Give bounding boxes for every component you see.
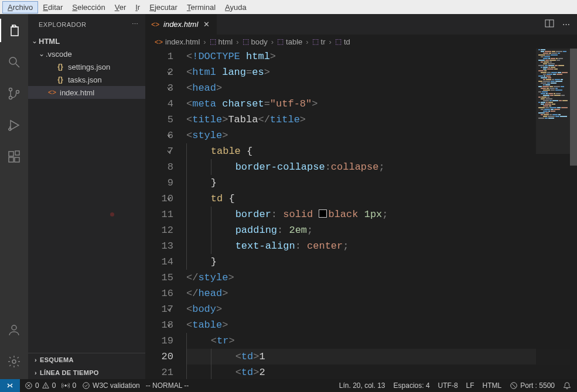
run-debug-icon[interactable] <box>0 114 28 137</box>
status-problems[interactable]: 0 0 <box>25 381 56 390</box>
sidebar-more-icon[interactable]: ⋯ <box>132 20 139 28</box>
code-line[interactable]: <!DOCTYPE html> <box>186 49 577 64</box>
menu-selección[interactable]: Selección <box>67 2 110 13</box>
code-line[interactable]: </head> <box>186 286 577 301</box>
split-editor-icon[interactable] <box>545 19 554 30</box>
status-language[interactable]: HTML <box>483 381 502 390</box>
section-outline[interactable]: › ESQUEMA <box>28 353 145 366</box>
tree-folder-vscode[interactable]: ⌄ .vscode <box>28 47 145 60</box>
svg-point-2 <box>9 88 12 91</box>
menu-archivo[interactable]: Archivo <box>2 1 38 13</box>
menu-ver[interactable]: Ver <box>110 2 131 13</box>
status-w3c[interactable]: W3C validation <box>82 381 140 390</box>
code-line[interactable]: <html lang=es> <box>186 64 577 80</box>
fold-chevron-icon[interactable]: ⌄ <box>165 195 171 201</box>
sidebar-title: EXPLORADOR <box>39 21 86 28</box>
minimap[interactable] <box>536 49 570 379</box>
chevron-right-icon: › <box>235 37 240 46</box>
status-indentation[interactable]: Espacios: 4 <box>394 381 430 390</box>
status-live-server[interactable]: Port : 5500 <box>510 381 555 390</box>
code-line[interactable]: <body> <box>186 301 577 317</box>
line-number: 7⌄ <box>145 143 173 159</box>
code-line[interactable]: } <box>186 175 577 191</box>
status-cursor-position[interactable]: Lín. 20, col. 13 <box>339 381 385 390</box>
menu-ir[interactable]: Ir <box>131 2 145 13</box>
scrollbar-vertical[interactable] <box>570 49 577 379</box>
svg-rect-9 <box>15 157 19 162</box>
line-number: 10⌄ <box>145 191 173 207</box>
color-swatch-icon[interactable] <box>319 209 327 218</box>
line-number: 2⌄ <box>145 64 173 80</box>
section-timeline[interactable]: › LÍNEA DE TIEMPO <box>28 366 145 379</box>
code-line[interactable]: table { <box>186 143 577 159</box>
source-control-icon[interactable] <box>0 82 28 105</box>
svg-point-0 <box>9 57 16 64</box>
svg-point-19 <box>45 387 46 387</box>
fold-chevron-icon[interactable]: ⌄ <box>165 147 171 153</box>
code-line[interactable]: <head> <box>186 80 577 96</box>
menu-ejecutar[interactable]: Ejecutar <box>145 2 182 13</box>
menu-ayuda[interactable]: Ayuda <box>220 2 251 13</box>
code-line[interactable]: padding: 2em; <box>186 222 577 238</box>
fold-chevron-icon[interactable]: ⌄ <box>165 84 171 90</box>
code-line[interactable]: <tr> <box>186 333 577 349</box>
code-line[interactable]: border-collapse:collapse; <box>186 159 577 175</box>
breadcrumb-item[interactable]: ⬚table <box>277 37 302 46</box>
scrollbar-thumb[interactable] <box>570 49 577 166</box>
fold-chevron-icon[interactable]: ⌄ <box>165 305 171 311</box>
code-area[interactable]: <!DOCTYPE html><html lang=es><head><meta… <box>186 49 577 379</box>
fold-chevron-icon[interactable]: ⌄ <box>165 68 171 74</box>
code-line[interactable]: td { <box>186 191 577 207</box>
remote-indicator[interactable] <box>0 379 20 392</box>
fold-chevron-icon[interactable]: ⌄ <box>165 321 171 327</box>
status-notifications-icon[interactable] <box>563 381 571 390</box>
breadcrumbs[interactable]: <>index.html›⬚html›⬚body›⬚table›⬚tr›⬚td <box>145 35 577 49</box>
sidebar: EXPLORADOR ⋯ ⌄ HTML ⌄ .vscode {} setting… <box>28 14 145 379</box>
status-encoding[interactable]: UTF-8 <box>438 381 458 390</box>
editor-body[interactable]: 12⌄3⌄456⌄7⌄8910⌄11121314151617⌄18⌄192021… <box>145 49 577 379</box>
menu-editar[interactable]: Editar <box>38 2 67 13</box>
svg-rect-8 <box>9 157 13 162</box>
close-tab-icon[interactable]: ✕ <box>202 19 211 30</box>
code-line[interactable]: </style> <box>186 270 577 286</box>
tab-index-html[interactable]: <> index.html ✕ <box>145 14 217 35</box>
breadcrumb-item[interactable]: ⬚tr <box>312 37 326 46</box>
account-icon[interactable] <box>0 318 28 342</box>
code-line[interactable]: <title>Tabla</title> <box>186 112 577 128</box>
fold-chevron-icon[interactable]: ⌄ <box>165 132 171 137</box>
breadcrumb-item[interactable]: <>index.html <box>155 37 200 46</box>
json-file-icon: {} <box>55 63 66 71</box>
menu-terminal[interactable]: Terminal <box>182 2 220 13</box>
line-number: 6⌄ <box>145 128 173 143</box>
extensions-icon[interactable] <box>0 145 28 169</box>
settings-gear-icon[interactable] <box>0 350 28 373</box>
chevron-down-icon: ⌄ <box>30 37 39 45</box>
code-line[interactable]: <table> <box>186 317 577 333</box>
status-eol[interactable]: LF <box>466 381 474 390</box>
code-line[interactable]: } <box>186 254 577 270</box>
tree-file-settings[interactable]: {} settings.json <box>28 60 145 73</box>
code-line[interactable]: <td>2 <box>186 365 577 379</box>
breadcrumb-item[interactable]: ⬚td <box>335 37 350 46</box>
html-file-icon: <> <box>151 20 159 29</box>
search-icon[interactable] <box>0 50 28 74</box>
chevron-right-icon: › <box>270 37 275 46</box>
more-actions-icon[interactable]: ⋯ <box>562 20 570 29</box>
line-number: 16 <box>145 286 173 301</box>
breadcrumb-item[interactable]: ⬚html <box>210 37 233 46</box>
breakpoint-dot[interactable] <box>110 212 114 216</box>
explorer-icon[interactable] <box>0 19 28 42</box>
tree-root[interactable]: ⌄ HTML <box>28 35 145 47</box>
svg-line-23 <box>512 384 516 388</box>
code-line[interactable]: <td>1 <box>186 349 577 365</box>
minimap-slider[interactable] <box>536 49 570 154</box>
tree-file-index[interactable]: <> index.html <box>28 86 145 99</box>
code-line[interactable]: text-align: center; <box>186 238 577 254</box>
status-radio[interactable]: 0 <box>62 381 76 390</box>
code-line[interactable]: <meta charset="utf-8"> <box>186 96 577 112</box>
statusbar: 0 0 0 W3C validation -- NORMAL -- Lín. 2… <box>0 379 577 392</box>
breadcrumb-item[interactable]: ⬚body <box>243 37 268 46</box>
tree-file-tasks[interactable]: {} tasks.json <box>28 73 145 86</box>
code-line[interactable]: <style> <box>186 128 577 143</box>
code-line[interactable]: border: solid black 1px; <box>186 207 577 222</box>
